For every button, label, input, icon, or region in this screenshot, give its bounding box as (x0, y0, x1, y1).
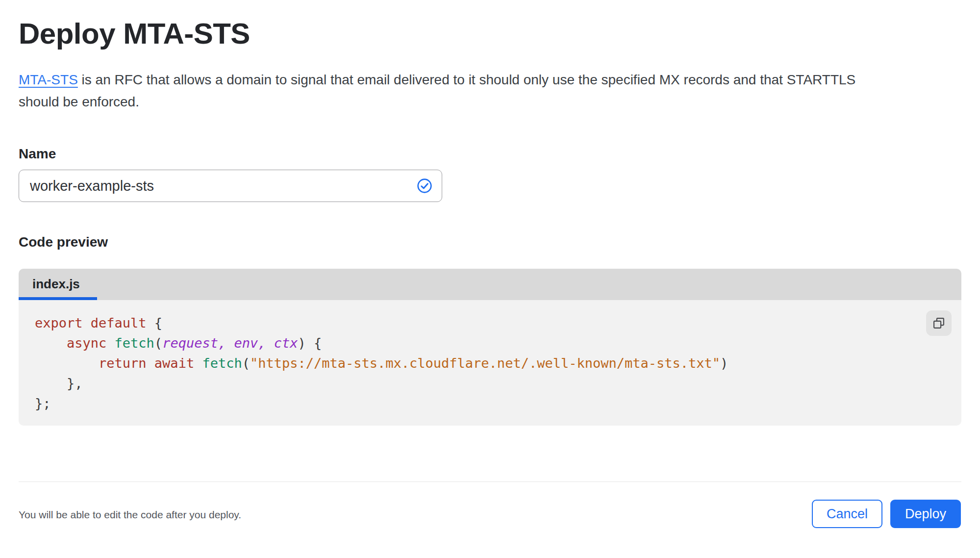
page-title: Deploy MTA-STS (19, 18, 250, 50)
cancel-button[interactable]: Cancel (812, 500, 882, 528)
mta-sts-link[interactable]: MTA-STS (19, 72, 78, 87)
tab-index-js[interactable]: index.js (19, 269, 97, 300)
description: MTA-STS is an RFC that allows a domain t… (19, 69, 955, 113)
code-tab-bar: index.js (19, 269, 961, 300)
code-content: export default { async fetch(request, en… (19, 300, 961, 413)
description-line1: is an RFC that allows a domain to signal… (78, 72, 855, 87)
copy-button[interactable] (926, 310, 952, 336)
copy-icon (932, 316, 946, 330)
footer-buttons: Cancel Deploy (812, 500, 961, 528)
name-input-wrap (19, 170, 442, 202)
description-line2: should be enforced. (19, 91, 955, 113)
deploy-button[interactable]: Deploy (890, 500, 961, 528)
name-label: Name (19, 146, 56, 162)
code-preview-card: index.js export default { async fetch(re… (19, 269, 961, 426)
code-preview-label: Code preview (19, 234, 108, 250)
deploy-mta-sts-page: Deploy MTA-STS MTA-STS is an RFC that al… (0, 0, 980, 558)
code-editor-area: export default { async fetch(request, en… (19, 300, 961, 426)
footer-note: You will be able to edit the code after … (19, 509, 241, 521)
tab-label: index.js (19, 269, 97, 299)
footer-divider (19, 482, 961, 482)
name-input[interactable] (19, 170, 442, 202)
